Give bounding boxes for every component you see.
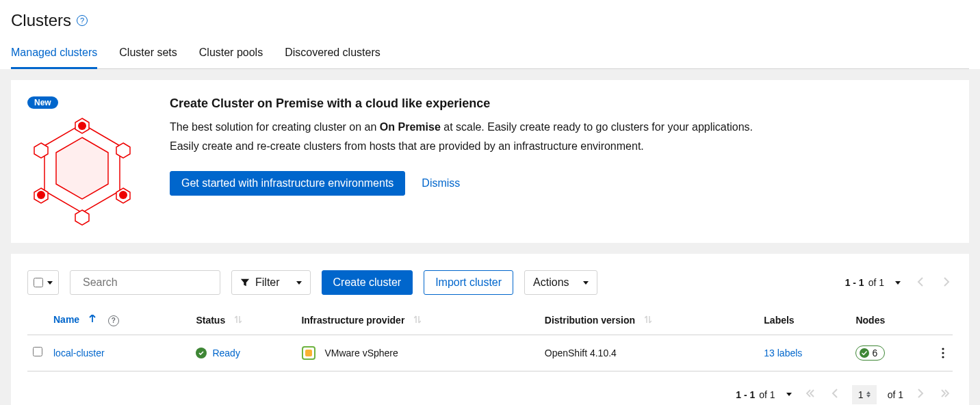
caret-down-icon bbox=[786, 393, 792, 396]
page-number: 1 bbox=[858, 389, 864, 400]
page-next-button[interactable] bbox=[940, 274, 953, 291]
check-circle-icon bbox=[860, 348, 869, 358]
provider-cell: VMware vSphere bbox=[301, 345, 533, 361]
help-icon[interactable]: ? bbox=[108, 315, 119, 326]
column-header-labels: Labels bbox=[758, 306, 850, 335]
chevron-left-icon bbox=[831, 389, 838, 398]
distribution-text: OpenShift 4.10.4 bbox=[545, 348, 617, 358]
column-label: Status bbox=[196, 315, 225, 326]
chevron-left-icon bbox=[917, 277, 924, 287]
nodes-count: 6 bbox=[872, 348, 877, 358]
promo-actions: Get started with infrastructure environm… bbox=[170, 171, 953, 196]
promo-text-1a: The best solution for creating cluster o… bbox=[170, 121, 380, 133]
row-checkbox[interactable] bbox=[33, 347, 42, 356]
promo-left: New bbox=[27, 96, 137, 226]
page-of-total: of 1 bbox=[888, 389, 903, 400]
page-next-button[interactable] bbox=[914, 386, 927, 403]
pagination-range-dropdown[interactable]: 1 - 1 of 1 bbox=[736, 389, 791, 400]
page-prev-button[interactable] bbox=[914, 274, 927, 291]
promo-text-2: Easily create and re-create clusters fro… bbox=[170, 138, 953, 155]
chevron-right-icon bbox=[917, 389, 924, 398]
promo-text-1: The best solution for creating cluster o… bbox=[170, 119, 953, 135]
filter-icon bbox=[240, 278, 250, 287]
tab-cluster-sets[interactable]: Cluster sets bbox=[119, 41, 177, 69]
filter-dropdown[interactable]: Filter bbox=[231, 270, 311, 295]
svg-point-7 bbox=[119, 191, 127, 199]
tabs: Managed clusters Cluster sets Cluster po… bbox=[11, 41, 969, 69]
bulk-select-dropdown[interactable] bbox=[27, 270, 59, 295]
sort-icon bbox=[235, 315, 242, 326]
labels-link[interactable]: 13 labels bbox=[764, 348, 802, 358]
search-input[interactable] bbox=[83, 276, 220, 289]
column-header-name[interactable]: Name ? bbox=[48, 306, 190, 335]
import-cluster-button[interactable]: Import cluster bbox=[424, 270, 513, 295]
nodes-badge[interactable]: 6 bbox=[855, 345, 885, 361]
column-label: Infrastructure provider bbox=[301, 315, 404, 326]
get-started-button[interactable]: Get started with infrastructure environm… bbox=[170, 171, 405, 196]
actions-dropdown[interactable]: Actions bbox=[524, 270, 597, 295]
column-header-provider[interactable]: Infrastructure provider bbox=[296, 306, 539, 335]
column-header-nodes: Nodes bbox=[850, 306, 925, 335]
page-title: Clusters bbox=[11, 11, 71, 30]
caret-down-icon bbox=[296, 281, 302, 285]
column-label: Name bbox=[53, 314, 79, 325]
create-cluster-button[interactable]: Create cluster bbox=[322, 270, 413, 295]
cluster-illustration-icon bbox=[27, 117, 137, 226]
chevron-double-right-icon bbox=[940, 389, 950, 398]
promo-body: Create Cluster on Premise with a cloud l… bbox=[170, 96, 953, 226]
tab-managed-clusters[interactable]: Managed clusters bbox=[11, 41, 97, 69]
svg-point-16 bbox=[942, 356, 944, 358]
column-label: Labels bbox=[764, 315, 794, 326]
page-last-button[interactable] bbox=[938, 386, 953, 403]
page-input[interactable]: 1 bbox=[852, 385, 877, 404]
bulk-select-checkbox[interactable] bbox=[34, 278, 43, 287]
search-box[interactable] bbox=[70, 270, 220, 295]
promo-card: New Create Cluster on Premise with a bbox=[11, 80, 969, 243]
cluster-name-link[interactable]: local-cluster bbox=[53, 348, 105, 358]
actions-label: Actions bbox=[533, 276, 569, 289]
caret-down-icon bbox=[895, 281, 901, 285]
page-stepper-icon bbox=[866, 391, 871, 397]
promo-heading: Create Cluster on Premise with a cloud l… bbox=[170, 96, 953, 111]
column-header-distribution[interactable]: Distribution version bbox=[539, 306, 759, 335]
svg-point-14 bbox=[942, 348, 944, 350]
table-row: local-cluster Ready bbox=[27, 335, 953, 371]
column-label: Distribution version bbox=[545, 315, 635, 326]
pagination-range-total: of 1 bbox=[759, 389, 775, 400]
svg-marker-3 bbox=[75, 210, 89, 225]
table-panel: Filter Create cluster Import cluster Act… bbox=[11, 254, 969, 405]
dismiss-button[interactable]: Dismiss bbox=[422, 177, 460, 190]
svg-point-13 bbox=[860, 348, 869, 358]
caret-down-icon bbox=[47, 281, 53, 285]
tab-cluster-pools[interactable]: Cluster pools bbox=[199, 41, 263, 69]
check-circle-icon bbox=[196, 348, 207, 358]
page-first-button[interactable] bbox=[803, 386, 818, 403]
caret-down-icon bbox=[583, 281, 589, 285]
kebab-icon bbox=[942, 348, 944, 358]
row-actions-kebab[interactable] bbox=[939, 345, 947, 361]
svg-rect-12 bbox=[305, 350, 312, 356]
toolbar: Filter Create cluster Import cluster Act… bbox=[27, 270, 953, 295]
pagination-top: 1 - 1 of 1 bbox=[845, 274, 953, 291]
clusters-table: Name ? Status Infrastructure provider bbox=[27, 306, 953, 371]
chevron-right-icon bbox=[943, 277, 950, 287]
vmware-icon bbox=[301, 345, 316, 361]
provider-text: VMware vSphere bbox=[324, 348, 398, 358]
pagination-range-dropdown[interactable]: 1 - 1 of 1 bbox=[845, 277, 901, 288]
promo-text-1-bold: On Premise bbox=[380, 121, 441, 133]
status-cell[interactable]: Ready bbox=[196, 348, 290, 358]
sort-asc-icon bbox=[89, 315, 96, 325]
page-header: Clusters ? Managed clusters Cluster sets… bbox=[0, 0, 980, 69]
page-prev-button[interactable] bbox=[829, 386, 841, 403]
page-title-row: Clusters ? bbox=[11, 11, 969, 30]
filter-label: Filter bbox=[255, 276, 280, 289]
svg-point-8 bbox=[37, 191, 45, 199]
help-icon[interactable]: ? bbox=[77, 15, 88, 26]
column-header-status[interactable]: Status bbox=[190, 306, 296, 335]
pagination-range-bold: 1 - 1 bbox=[845, 277, 864, 288]
content-area: New Create Cluster on Premise with a bbox=[0, 69, 980, 405]
svg-point-15 bbox=[942, 352, 944, 354]
tab-discovered-clusters[interactable]: Discovered clusters bbox=[285, 41, 381, 69]
column-label: Nodes bbox=[855, 315, 885, 326]
status-text: Ready bbox=[212, 348, 240, 358]
